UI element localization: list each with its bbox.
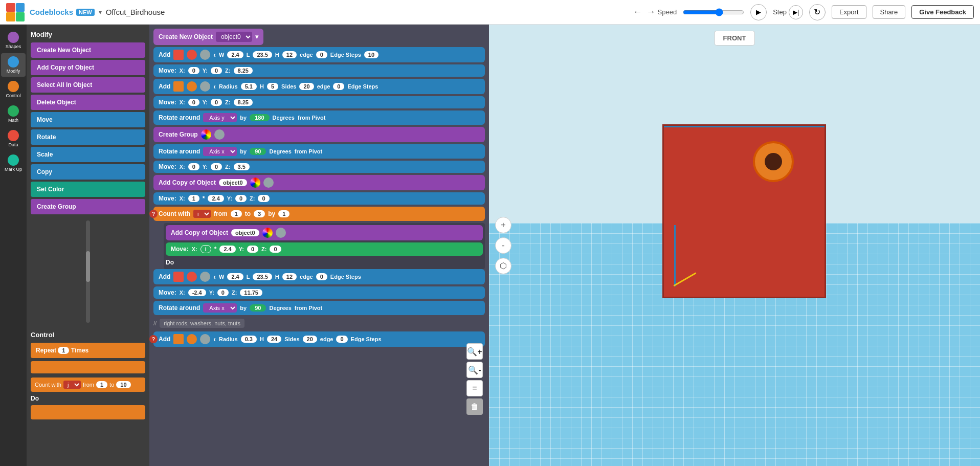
color-gray-2[interactable] [200,272,210,282]
export-button[interactable]: Export [832,5,866,19]
add-box-1[interactable]: Add ‹ W 2.4 L 23.5 H 12 edge 0 Edge Step… [153,47,485,62]
3d-viewport[interactable]: FRONT + - ⬡ [489,25,980,466]
x-val-2[interactable]: 0 [188,99,199,106]
x-val-3[interactable]: 0 [188,163,199,170]
color-orange-1[interactable] [187,81,197,92]
x-val-4[interactable]: -2.4 [188,289,206,296]
give-feedback-button[interactable]: Give Feedback [911,5,974,19]
count-by-c[interactable]: 1 [278,210,289,217]
y-inner-val[interactable]: 0 [247,246,258,253]
step-button[interactable]: ▶| [789,5,803,19]
panel-scrollbar[interactable] [86,220,90,323]
sidebar-item-data[interactable]: Data [1,127,26,150]
z-val-1[interactable]: 8.25 [234,67,253,74]
radius-val-2[interactable]: 0.3 [241,336,257,343]
degrees-val-1[interactable]: 180 [250,114,269,121]
set-color-button[interactable]: Set Color [31,182,145,197]
z-val-3[interactable]: 3.5 [234,163,250,170]
z-val-mul[interactable]: 0 [258,195,269,202]
count-i-select[interactable]: ijk [193,210,211,218]
l-val-1[interactable]: 23.5 [253,51,272,58]
sides-val-1[interactable]: 20 [299,83,314,90]
color-red-2[interactable] [187,272,197,282]
zoom-out-button[interactable]: 🔍- [466,362,483,378]
add-cyl-1[interactable]: Add ‹ Radius 5.1 H 5 Sides 20 edge 0 Edg… [153,79,485,94]
create-group-block[interactable]: Create Group [153,127,485,142]
view-rotate-button[interactable]: ⬡ [495,258,511,274]
zoom-in-button[interactable]: 🔍+ [466,343,483,360]
i-pill[interactable]: i [201,245,211,253]
w-val-2[interactable]: 2.4 [227,273,243,280]
add-copy-inner-block[interactable]: Add Copy of Object object0 [166,225,483,240]
rotate-3[interactable]: Rotate around Axis xAxis yAxis z by 90 D… [153,301,485,315]
move-1[interactable]: Move: X: 0 Y: 0 Z: 8.25 [153,64,485,77]
add-copy-block-1[interactable]: Add Copy of Object object0 [153,175,485,190]
rotate-button[interactable]: Rotate [31,129,145,145]
color-orange-2[interactable] [187,334,197,344]
h-val-1[interactable]: 12 [282,51,297,58]
count-from-c[interactable]: 1 [231,210,242,217]
y-val-4[interactable]: 0 [217,289,229,296]
create-new-object-button[interactable]: Create New Object [31,42,145,58]
count-code-block[interactable]: ? Count with ijk from 1 to 3 by 1 [153,207,485,221]
z-val-4[interactable]: 11.75 [240,289,262,296]
sidebar-item-math[interactable]: Math [1,102,26,126]
color-red-1[interactable] [187,50,197,60]
comment-text[interactable]: right rods, washers, nuts, tnuts [160,319,244,328]
degrees-val-3[interactable]: 90 [250,304,266,312]
h-val-2[interactable]: 12 [282,273,297,280]
edge-val-c1[interactable]: 0 [333,83,344,90]
count-var-select[interactable]: jik [63,381,81,389]
zoom-equals-button[interactable]: = [466,380,483,396]
undo-button[interactable]: ← [633,7,642,17]
axis-y-select[interactable]: Axis yAxis xAxis z [203,113,237,122]
y-val-3[interactable]: 0 [211,163,222,170]
delete-object-button[interactable]: Delete Object [31,95,145,110]
color-gray-c1[interactable] [200,81,210,92]
zoom-in-3d-button[interactable]: + [495,217,511,233]
edge-val-1[interactable]: 0 [316,51,327,58]
y-val-mul[interactable]: 0 [235,195,247,202]
redo-button[interactable]: → [647,7,656,17]
move-4[interactable]: Move: X: -2.4 Y: 0 Z: 11.75 [153,286,485,299]
sidebar-item-control[interactable]: Control [1,78,26,101]
move-button[interactable]: Move [31,112,145,127]
mul-val[interactable]: 2.4 [208,195,224,202]
count-to-c[interactable]: 3 [254,210,265,217]
move-mul[interactable]: Move: X: 1 * 2.4 Y: 0 Z: 0 [153,192,485,205]
axis-x-select-1[interactable]: Axis xAxis yAxis z [203,147,237,156]
y-val-2[interactable]: 0 [211,99,222,106]
y-val-1[interactable]: 0 [211,67,222,74]
h-val-c1[interactable]: 5 [267,83,278,90]
create-new-block[interactable]: Create New Object object0 ▾ [153,29,263,45]
sidebar-item-modify[interactable]: Modify [1,53,26,77]
rotate-1[interactable]: Rotate around Axis yAxis xAxis z by 180 … [153,110,485,125]
h-val-c2[interactable]: 24 [267,336,281,343]
color-gray-1[interactable] [200,50,210,60]
sidebar-item-shapes[interactable]: Shapes [1,29,26,52]
color-gray-c2[interactable] [200,334,210,344]
sides-val-2[interactable]: 20 [303,336,317,343]
add-copy-button[interactable]: Add Copy of Object [31,60,145,75]
create-group-button[interactable]: Create Group [31,199,145,214]
move-3[interactable]: Move: X: 0 Y: 0 Z: 3.5 [153,161,485,173]
sidebar-item-markup[interactable]: Mark Up [1,151,26,175]
add-box-2[interactable]: Add ‹ W 2.4 L 23.5 H 12 edge 0 Edge Step… [153,269,485,284]
reset-button[interactable]: ↻ [809,4,826,20]
copy-button[interactable]: Copy [31,164,145,180]
degrees-val-2[interactable]: 90 [250,148,266,155]
move-2[interactable]: Move: X: 0 Y: 0 Z: 8.25 [153,96,485,108]
add-cyl-2[interactable]: ? Add ‹ Radius 0.3 H 24 Sides 20 edge 0 … [153,331,485,347]
x-val-mul[interactable]: 1 [188,195,199,202]
code-area[interactable]: Create New Object object0 ▾ Add ‹ W 2.4 … [149,25,489,466]
edge-val-c2[interactable]: 0 [336,336,347,343]
speed-slider[interactable] [683,8,744,16]
z-inner-val[interactable]: 0 [270,246,281,253]
chevron-down-icon[interactable]: ▾ [99,9,102,16]
edge-val-2[interactable]: 0 [316,273,327,280]
scale-button[interactable]: Scale [31,147,145,162]
radius-val-1[interactable]: 5.1 [241,83,257,90]
x-val-1[interactable]: 0 [188,67,199,74]
w-val-1[interactable]: 2.4 [227,51,243,58]
rotate-2[interactable]: Rotate around Axis xAxis yAxis z by 90 D… [153,144,485,159]
